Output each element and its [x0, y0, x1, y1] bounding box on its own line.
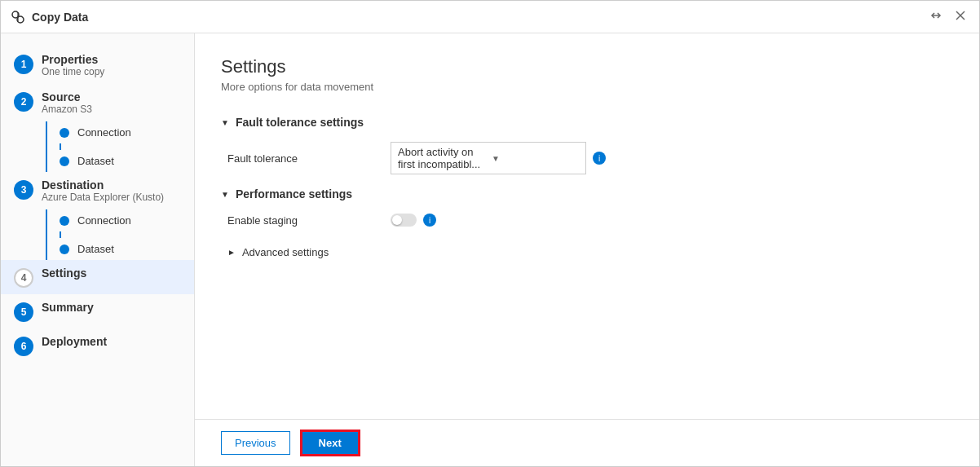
step-text-properties: Properties One time copy: [42, 53, 104, 77]
minimize-button[interactable]: [927, 8, 945, 25]
performance-section-title: Performance settings: [236, 187, 352, 200]
fault-tolerance-section-header: ▼ Fault tolerance settings: [221, 116, 953, 129]
dropdown-arrow-icon: ▼: [492, 154, 579, 163]
sidebar: 1 Properties One time copy 2 Source Amaz…: [1, 33, 195, 466]
step-text-summary: Summary: [42, 301, 94, 314]
destination-sub-items: Connection Dataset: [1, 209, 194, 260]
advanced-settings-expand-icon: ►: [227, 248, 236, 257]
step-text-deployment: Deployment: [42, 335, 107, 348]
close-button[interactable]: [951, 8, 969, 25]
fault-tolerance-control: Abort activity on first incompatibl... ▼…: [391, 142, 606, 174]
sidebar-item-settings[interactable]: 4 Settings: [1, 260, 194, 294]
fault-tolerance-info-icon[interactable]: i: [593, 152, 606, 165]
main-body: Settings More options for data movement …: [195, 33, 979, 419]
source-connection-dot: [60, 128, 69, 138]
sidebar-item-source[interactable]: 2 Source Amazon S3: [1, 84, 194, 121]
source-dataset-dot: [60, 156, 69, 166]
content-area: 1 Properties One time copy 2 Source Amaz…: [1, 33, 979, 466]
page-title: Settings: [221, 56, 953, 77]
step-text-destination: Destination Azure Data Explorer (Kusto): [42, 178, 164, 203]
fault-tolerance-row: Fault tolerance Abort activity on first …: [221, 142, 953, 174]
enable-staging-info-icon[interactable]: i: [423, 214, 436, 227]
step-text-source: Source Amazon S3: [42, 90, 92, 115]
source-connection-item[interactable]: Connection: [60, 121, 194, 143]
dest-connection-item[interactable]: Connection: [60, 209, 194, 231]
main-content: Settings More options for data movement …: [195, 33, 979, 466]
enable-staging-row: Enable staging i: [221, 214, 953, 227]
dest-dataset-item[interactable]: Dataset: [60, 238, 194, 260]
sidebar-item-deployment[interactable]: 6 Deployment: [1, 328, 194, 363]
page-subtitle: More options for data movement: [221, 81, 953, 93]
step-circle-3: 3: [14, 180, 33, 200]
window-controls: [927, 8, 969, 25]
enable-staging-toggle[interactable]: [391, 214, 417, 227]
copy-data-icon: [11, 10, 25, 24]
sidebar-item-destination[interactable]: 3 Destination Azure Data Explorer (Kusto…: [1, 172, 194, 209]
next-button[interactable]: Next: [300, 430, 360, 456]
advanced-settings-label: Advanced settings: [242, 246, 329, 258]
step-circle-5: 5: [14, 302, 33, 322]
step-circle-2: 2: [14, 92, 33, 112]
enable-staging-control: i: [391, 214, 436, 227]
performance-section-header: ▼ Performance settings: [221, 187, 953, 200]
window-title: Copy Data: [32, 11, 927, 24]
source-dataset-item[interactable]: Dataset: [60, 150, 194, 172]
step-circle-1: 1: [14, 55, 33, 74]
fault-tolerance-collapse-icon[interactable]: ▼: [221, 118, 229, 127]
fault-tolerance-dropdown[interactable]: Abort activity on first incompatibl... ▼: [391, 142, 586, 174]
fault-tolerance-section-title: Fault tolerance settings: [236, 116, 364, 129]
performance-collapse-icon[interactable]: ▼: [221, 190, 229, 199]
source-sub-items: Connection Dataset: [1, 121, 194, 172]
footer: Previous Next: [195, 419, 979, 466]
title-bar: Copy Data: [1, 1, 979, 33]
advanced-settings-row[interactable]: ► Advanced settings: [221, 240, 953, 265]
sidebar-item-properties[interactable]: 1 Properties One time copy: [1, 46, 194, 84]
step-circle-4: 4: [14, 268, 33, 288]
dest-connection-dot: [60, 216, 69, 226]
dest-dataset-dot: [60, 245, 69, 254]
step-text-settings: Settings: [42, 267, 86, 280]
enable-staging-label: Enable staging: [227, 214, 391, 227]
step-circle-6: 6: [14, 337, 33, 356]
previous-button[interactable]: Previous: [221, 431, 290, 455]
fault-tolerance-label: Fault tolerance: [227, 152, 391, 165]
fault-tolerance-value: Abort activity on first incompatibl...: [398, 146, 485, 170]
app-window: Copy Data 1 Properties One time copy: [0, 0, 980, 467]
sidebar-item-summary[interactable]: 5 Summary: [1, 294, 194, 328]
